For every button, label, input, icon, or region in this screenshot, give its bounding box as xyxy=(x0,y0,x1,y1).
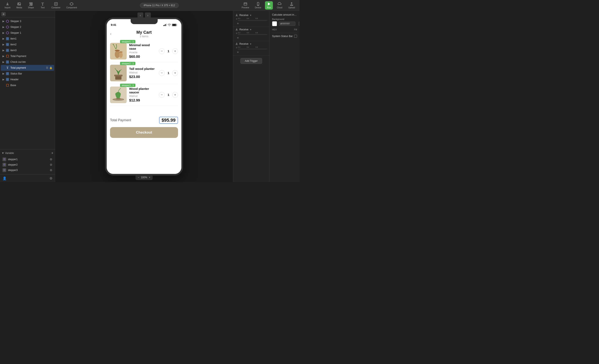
qty-increase-1[interactable]: + xyxy=(172,48,178,54)
properties-title: Calculate amount in the s... xyxy=(272,13,297,16)
stepper-badge-text-1: stepper1 : 1 xyxy=(122,40,134,43)
trigger-add-button-3[interactable]: + xyxy=(237,50,239,54)
receive-icon-1 xyxy=(235,14,238,17)
grid-icon-item2 xyxy=(6,43,9,46)
expand-arrow-item2: ▶ xyxy=(2,43,5,46)
layer-item-item1[interactable]: ▶ item1 xyxy=(1,36,54,42)
layer-label-stepper1: Stepper 1 xyxy=(10,31,21,34)
svg-rect-28 xyxy=(8,61,9,62)
layer-item-total-payment-text[interactable]: ▶ Total payment ⛓ 🔒 xyxy=(1,65,54,71)
run-button[interactable]: Run xyxy=(265,1,273,9)
svg-rect-30 xyxy=(8,62,9,63)
cloud-label: Cloud xyxy=(277,7,282,9)
preview-button[interactable]: Preview xyxy=(240,1,251,9)
expand-arrow-stepper1: ▶ xyxy=(2,32,5,34)
settings-icon[interactable]: ⚙ xyxy=(50,176,53,180)
layer-item-total-payment[interactable]: ▶ Total Payment xyxy=(1,53,54,59)
canvas-area[interactable]: ‹ › 9:41 xyxy=(55,11,233,182)
toolbar-right: Preview Device Run Cloud Upload xyxy=(240,1,297,9)
user-icon[interactable]: 👤 xyxy=(2,176,7,180)
variable-item-stepper2[interactable]: stepper2 ⚙ xyxy=(2,162,53,168)
svg-rect-23 xyxy=(8,49,9,50)
zoom-increase-button[interactable]: + xyxy=(149,176,150,179)
status-time: 9:41 xyxy=(111,23,116,27)
import-button[interactable]: Import xyxy=(2,1,12,9)
item-variant-1: Acacia xyxy=(129,51,156,54)
opacity-input[interactable] xyxy=(299,22,300,26)
cloud-button[interactable]: Cloud xyxy=(274,1,284,9)
svg-point-3 xyxy=(31,2,32,4)
svg-rect-17 xyxy=(8,39,9,40)
layer-item-header[interactable]: ▶ Header xyxy=(1,77,54,82)
device-label: iPhone 11 Pro / X 375 × 812 xyxy=(143,4,175,7)
component-button[interactable]: Component xyxy=(64,1,79,9)
hex-input[interactable] xyxy=(279,22,295,26)
bottom-icons: 👤 ⚙ xyxy=(0,175,55,182)
trigger-header-3: Receive ▼ xyxy=(235,43,267,45)
cart-items-list: Minimal wood vase Acacia $60.00 − 1 + xyxy=(107,39,181,107)
svg-rect-13 xyxy=(4,14,5,15)
qty-decrease-1[interactable]: − xyxy=(159,48,165,54)
grid-icon-item3 xyxy=(6,49,9,52)
layer-item-base[interactable]: ▶ Base xyxy=(1,82,54,88)
layer-item-item3[interactable]: ▶ item3 xyxy=(1,47,54,53)
variable-item-stepper1[interactable]: stepper1 ⚙ xyxy=(2,157,53,162)
text-button[interactable]: Text xyxy=(38,1,48,9)
back-button[interactable]: ‹ xyxy=(110,31,112,37)
upload-button[interactable]: Upload xyxy=(286,1,297,9)
variable-gear-stepper3[interactable]: ⚙ xyxy=(50,169,53,172)
trigger-arrow-1: ▼ xyxy=(250,14,252,17)
left-panel-header xyxy=(0,11,55,18)
system-status-toggle[interactable] xyxy=(294,35,297,38)
item-info-3: Wood planter saucer Walnut $12.99 xyxy=(129,87,156,103)
add-variable-button[interactable]: + xyxy=(51,151,53,155)
toolbar: Import Media Shape Text Container xyxy=(0,0,300,11)
device-button[interactable]: Device xyxy=(253,1,263,9)
variable-collapse-icon[interactable]: ▼ xyxy=(2,152,4,155)
qty-decrease-2[interactable]: − xyxy=(159,70,165,76)
variable-gear-stepper1[interactable]: ⚙ xyxy=(50,158,53,161)
layer-item-status-bar[interactable]: ▶ Status Bar xyxy=(1,71,54,77)
toolbar-center: iPhone 11 Pro / X 375 × 812 xyxy=(81,3,238,8)
variable-item-stepper3[interactable]: stepper3 ⚙ xyxy=(2,168,53,173)
qty-increase-3[interactable]: + xyxy=(172,92,178,98)
stepper-badge-text-3: stepper3 : 1 xyxy=(122,84,134,87)
total-label: Total Payment xyxy=(110,118,131,122)
item-info-2: Tall wood planter Walnut $23.00 xyxy=(129,67,156,79)
expand-arrow-total-payment: ▶ xyxy=(2,55,5,57)
add-trigger-button[interactable]: Add Trigger xyxy=(240,58,262,64)
trigger-add-button-1[interactable]: + xyxy=(237,22,239,25)
frame-icon-base xyxy=(6,84,9,87)
trigger-add-row-3: + xyxy=(235,50,267,54)
variable-gear-stepper2[interactable]: ⚙ xyxy=(50,163,53,166)
layer-item-checkout-btn[interactable]: ▶ Check out btn xyxy=(1,59,54,65)
expand-arrow-base: ▶ xyxy=(2,84,5,87)
trigger-add-row-2: + xyxy=(235,36,267,40)
layer-item-stepper2[interactable]: ▶ Stepper 2 xyxy=(1,24,54,30)
system-status-row: System Status Bar xyxy=(272,33,297,38)
zoom-bar: − 100% + xyxy=(135,175,153,180)
expand-arrow-stepper3: ▶ xyxy=(2,20,5,22)
color-swatch[interactable] xyxy=(272,21,277,26)
qty-decrease-3[interactable]: − xyxy=(159,92,165,98)
checkout-button[interactable]: Checkout xyxy=(110,127,178,138)
layer-label-header: Header xyxy=(10,78,18,81)
expand-arrow-total-text: ▶ xyxy=(2,67,5,69)
trigger-add-button-2[interactable]: + xyxy=(237,36,239,40)
svg-rect-15 xyxy=(8,37,9,38)
phone-content: 9:41 xyxy=(107,19,181,174)
layer-item-item2[interactable]: ▶ item2 xyxy=(1,42,54,47)
device-selector[interactable]: iPhone 11 Pro / X 375 × 812 xyxy=(140,3,178,8)
cart-title-area: My Cart 3 items xyxy=(110,30,178,38)
cart-title: My Cart xyxy=(136,30,152,35)
layer-item-stepper3[interactable]: ▶ Stepper 3 xyxy=(1,18,54,24)
zoom-decrease-button[interactable]: − xyxy=(138,176,139,179)
ruler-row-1: 0 0.2 0.4 0.6 xyxy=(236,18,267,20)
container-button[interactable]: Container xyxy=(49,1,62,9)
media-button[interactable]: Media xyxy=(14,1,24,9)
item-price-3: $12.99 xyxy=(129,98,156,103)
color-prop-row xyxy=(272,21,297,26)
qty-increase-2[interactable]: + xyxy=(172,70,178,76)
shape-button[interactable]: Shape xyxy=(26,1,36,9)
layer-item-stepper1[interactable]: ▶ Stepper 1 xyxy=(1,30,54,36)
